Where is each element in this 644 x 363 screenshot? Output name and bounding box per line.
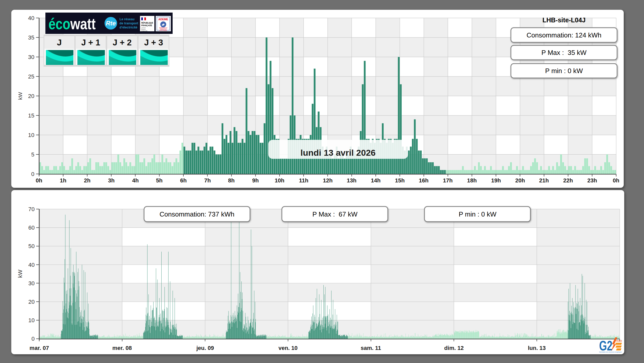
svg-text:kW: kW	[17, 270, 23, 278]
svg-text:12h: 12h	[323, 177, 333, 184]
svg-text:11h: 11h	[299, 177, 309, 184]
svg-text:5: 5	[31, 151, 34, 158]
svg-text:14h: 14h	[371, 177, 381, 184]
svg-text:écowatt: écowatt	[48, 15, 96, 33]
svg-text:jeu. 09: jeu. 09	[196, 345, 214, 351]
svg-text:5h: 5h	[156, 177, 163, 184]
svg-text:70: 70	[28, 206, 35, 212]
svg-text:Fraternité: Fraternité	[141, 30, 147, 32]
svg-text:sam. 11: sam. 11	[361, 345, 381, 351]
svg-text:d’électricité: d’électricité	[120, 26, 137, 29]
svg-text:J + 1: J + 1	[81, 37, 100, 47]
svg-text:P Max : 35 kW: P Max : 35 kW	[541, 49, 587, 56]
svg-text:J: J	[57, 37, 62, 47]
svg-text:10: 10	[28, 132, 34, 138]
svg-text:0: 0	[31, 171, 34, 177]
svg-text:0h: 0h	[613, 177, 619, 184]
svg-text:lundi 13 avril 2026: lundi 13 avril 2026	[301, 148, 376, 158]
svg-text:ADEME: ADEME	[158, 18, 168, 21]
svg-text:9h: 9h	[252, 177, 259, 184]
svg-text:de transport: de transport	[120, 22, 138, 25]
svg-text:35: 35	[28, 34, 34, 41]
svg-text:8h: 8h	[228, 177, 235, 184]
svg-text:Le réseau: Le réseau	[120, 17, 134, 21]
svg-text:20: 20	[28, 299, 35, 305]
svg-text:10: 10	[28, 317, 35, 323]
svg-text:P min : 0 kW: P min : 0 kW	[545, 67, 583, 75]
svg-text:LHB-site-L04J: LHB-site-L04J	[542, 16, 586, 24]
svg-text:dim. 12: dim. 12	[444, 345, 464, 351]
svg-text:30: 30	[28, 280, 35, 287]
svg-text:FRANÇAISE: FRANÇAISE	[141, 24, 152, 27]
svg-text:10h: 10h	[275, 177, 284, 184]
svg-text:ÉCOLOGIQUE: ÉCOLOGIQUE	[160, 30, 167, 31]
svg-text:mar. 07: mar. 07	[29, 345, 49, 351]
svg-text:Optimisation des ressources én: Optimisation des ressources énergétiques	[599, 351, 622, 353]
svg-text:60: 60	[28, 224, 35, 231]
svg-text:ven. 10: ven. 10	[279, 345, 298, 351]
svg-text:1h: 1h	[60, 177, 66, 184]
svg-text:17h: 17h	[443, 177, 453, 184]
svg-text:0: 0	[32, 336, 35, 342]
svg-text:Consommation: 124 kWh: Consommation: 124 kWh	[527, 31, 601, 39]
svg-text:6h: 6h	[180, 177, 187, 184]
svg-text:40: 40	[28, 15, 34, 21]
svg-text:Consommation: 737 kWh: Consommation: 737 kWh	[160, 210, 234, 218]
svg-text:19h: 19h	[491, 177, 501, 184]
svg-text:15: 15	[28, 112, 34, 119]
svg-text:16h: 16h	[419, 177, 429, 184]
svg-text:RÉPUBLIQUE: RÉPUBLIQUE	[141, 22, 153, 24]
svg-text:2h: 2h	[84, 177, 91, 184]
svg-text:30: 30	[28, 54, 34, 60]
svg-text:23h: 23h	[587, 177, 597, 184]
svg-text:18h: 18h	[467, 177, 477, 184]
svg-text:lun. 13: lun. 13	[528, 345, 546, 351]
svg-text:13h: 13h	[347, 177, 356, 184]
svg-text:0h: 0h	[36, 177, 42, 184]
svg-text:4h: 4h	[132, 177, 139, 184]
svg-text:25: 25	[28, 73, 34, 80]
svg-text:3h: 3h	[108, 177, 115, 184]
svg-text:FRANCE: FRANCE	[616, 340, 622, 342]
svg-text:Rte: Rte	[106, 20, 116, 27]
svg-text:J + 2: J + 2	[113, 37, 132, 47]
svg-text:50: 50	[28, 243, 35, 249]
svg-text:P min : 0 kW: P min : 0 kW	[459, 210, 497, 218]
svg-text:21h: 21h	[539, 177, 549, 184]
svg-text:20h: 20h	[515, 177, 525, 184]
svg-text:40: 40	[28, 262, 35, 268]
svg-text:7h: 7h	[204, 177, 211, 184]
svg-text:15h: 15h	[395, 177, 405, 184]
svg-text:J + 3: J + 3	[144, 37, 163, 47]
svg-text:20: 20	[28, 93, 34, 99]
svg-text:kW: kW	[17, 92, 23, 100]
svg-text:mer. 08: mer. 08	[112, 345, 132, 351]
svg-text:P Max : 67 kW: P Max : 67 kW	[312, 210, 358, 218]
svg-text:22h: 22h	[563, 177, 573, 184]
